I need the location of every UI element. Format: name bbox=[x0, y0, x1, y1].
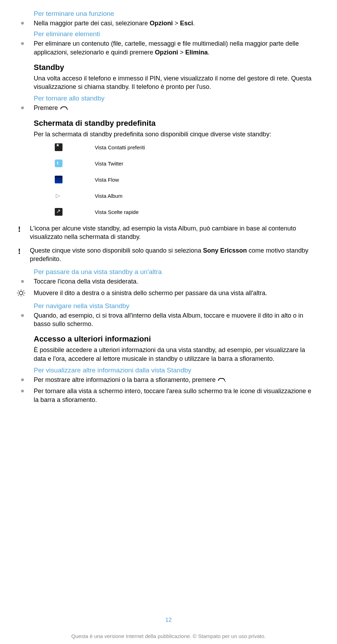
bullet-item: Per tornare alla vista a schermo intero,… bbox=[21, 387, 316, 404]
text-bold: Opzioni bbox=[150, 20, 173, 27]
text-span: Premere bbox=[34, 104, 60, 111]
bullet-text: Per eliminare un contenuto (file, cartel… bbox=[34, 39, 316, 57]
bullet-icon bbox=[21, 390, 24, 392]
vista-row-twitter: Vista Twitter bbox=[55, 160, 316, 167]
exclamation-icon: ! bbox=[18, 247, 21, 255]
contacts-icon bbox=[55, 143, 62, 151]
svg-line-7 bbox=[18, 295, 19, 295]
footer-area: 12 Questa è una versione Internet della … bbox=[0, 617, 337, 639]
bullet-text: Per tornare alla vista a schermo intero,… bbox=[34, 387, 316, 404]
svg-line-5 bbox=[18, 291, 19, 291]
bullet-text: Nella maggior parte dei casi, selezionar… bbox=[34, 19, 195, 27]
svg-point-0 bbox=[19, 291, 23, 295]
text-bold: Elimina bbox=[185, 49, 208, 56]
heading-delete-elements: Per eliminare elementi bbox=[34, 30, 316, 38]
note-row: ! L'icona per alcune viste standby, ad e… bbox=[18, 224, 316, 241]
bullet-item: Premere . bbox=[21, 104, 316, 112]
text-bold: Sony Ericsson bbox=[203, 247, 247, 254]
text-span: . bbox=[208, 49, 210, 56]
text-span: > bbox=[173, 20, 180, 27]
note-text: L'icona per alcune viste standby, ad ese… bbox=[30, 224, 316, 241]
footer-text: Questa è una versione Internet della pub… bbox=[0, 633, 337, 639]
vista-row-rapide: Vista Scelte rapide bbox=[55, 208, 316, 216]
shortcuts-icon bbox=[55, 208, 62, 216]
default-standby-body: Per la schermata di standby predefinita … bbox=[34, 130, 316, 138]
bullet-text: Quando, ad esempio, ci si trova all'inte… bbox=[34, 311, 316, 328]
heading-navigate-view: Per navigare nella vista Standby bbox=[34, 302, 316, 310]
bullet-icon bbox=[21, 314, 24, 317]
bullet-icon bbox=[21, 42, 24, 45]
end-call-icon bbox=[217, 378, 224, 382]
svg-line-8 bbox=[23, 295, 24, 295]
bullet-icon bbox=[21, 106, 24, 109]
heading-standby: Standby bbox=[34, 63, 316, 72]
text-span: Nella maggior parte dei casi, selezionar… bbox=[34, 20, 150, 27]
note-text: Queste cinque viste sono disponibili sol… bbox=[30, 246, 316, 264]
bullet-icon bbox=[21, 280, 24, 283]
heading-terminate-function: Per terminare una funzione bbox=[34, 10, 316, 18]
svg-line-6 bbox=[23, 291, 24, 291]
twitter-icon bbox=[55, 160, 62, 167]
heading-switch-view: Per passare da una vista standby a un'al… bbox=[34, 268, 316, 276]
flow-icon bbox=[55, 176, 62, 183]
bullet-item: Nella maggior parte dei casi, selezionar… bbox=[21, 19, 316, 27]
vista-row-album: Vista Album bbox=[55, 192, 316, 200]
bullet-text: Per mostrare altre informazioni o la bar… bbox=[34, 376, 226, 384]
text-bold: Esci bbox=[180, 20, 193, 27]
album-icon bbox=[55, 192, 62, 200]
more-info-body: È possibile accedere a ulteriori informa… bbox=[34, 346, 316, 363]
bullet-text: Toccare l'icona della vista desiderata. bbox=[34, 277, 138, 286]
vista-row-flow: Vista Flow bbox=[55, 176, 316, 183]
text-span: > bbox=[178, 49, 185, 56]
bullet-item: Toccare l'icona della vista desiderata. bbox=[21, 277, 316, 286]
bullet-icon bbox=[21, 378, 24, 381]
heading-more-info: Accesso a ulteriori informazioni bbox=[34, 334, 316, 344]
heading-view-more-info: Per visualizzare altre informazioni dall… bbox=[34, 366, 316, 374]
bullet-text: Premere . bbox=[34, 104, 68, 112]
content-body: Per terminare una funzione Nella maggior… bbox=[34, 10, 316, 404]
page-number: 12 bbox=[0, 617, 337, 623]
tip-text: Muovere il dito a destra o a sinistra de… bbox=[34, 289, 267, 297]
vista-label: Vista Scelte rapide bbox=[95, 209, 139, 215]
text-bold: Opzioni bbox=[155, 49, 178, 56]
exclamation-icon: ! bbox=[18, 225, 21, 233]
bullet-icon bbox=[21, 22, 24, 25]
vista-label: Vista Album bbox=[95, 193, 123, 199]
tip-row: Muovere il dito a destra o a sinistra de… bbox=[16, 289, 316, 297]
standby-body: Una volta acceso il telefono e immesso i… bbox=[34, 74, 316, 91]
vista-label: Vista Contatti preferiti bbox=[95, 144, 145, 150]
bullet-item: Per mostrare altre informazioni o la bar… bbox=[21, 376, 316, 384]
text-span: . bbox=[193, 20, 195, 27]
bullet-item: Quando, ad esempio, ci si trova all'inte… bbox=[21, 311, 316, 328]
lightbulb-icon bbox=[16, 290, 26, 297]
vista-label: Vista Twitter bbox=[95, 161, 123, 167]
vista-row-contacts: Vista Contatti preferiti bbox=[55, 143, 316, 151]
text-span: Queste cinque viste sono disponibili sol… bbox=[30, 247, 203, 254]
heading-return-standby: Per tornare allo standby bbox=[34, 95, 316, 102]
text-span: Per mostrare altre informazioni o la bar… bbox=[34, 376, 217, 383]
vista-label: Vista Flow bbox=[95, 177, 119, 183]
heading-default-standby: Schermata di standby predefinita bbox=[34, 119, 316, 128]
end-call-icon bbox=[60, 106, 67, 111]
note-row: ! Queste cinque viste sono disponibili s… bbox=[18, 246, 316, 264]
bullet-item: Per eliminare un contenuto (file, cartel… bbox=[21, 39, 316, 57]
page: Per terminare una funzione Nella maggior… bbox=[0, 0, 337, 644]
vista-table: Vista Contatti preferiti Vista Twitter V… bbox=[55, 143, 316, 216]
